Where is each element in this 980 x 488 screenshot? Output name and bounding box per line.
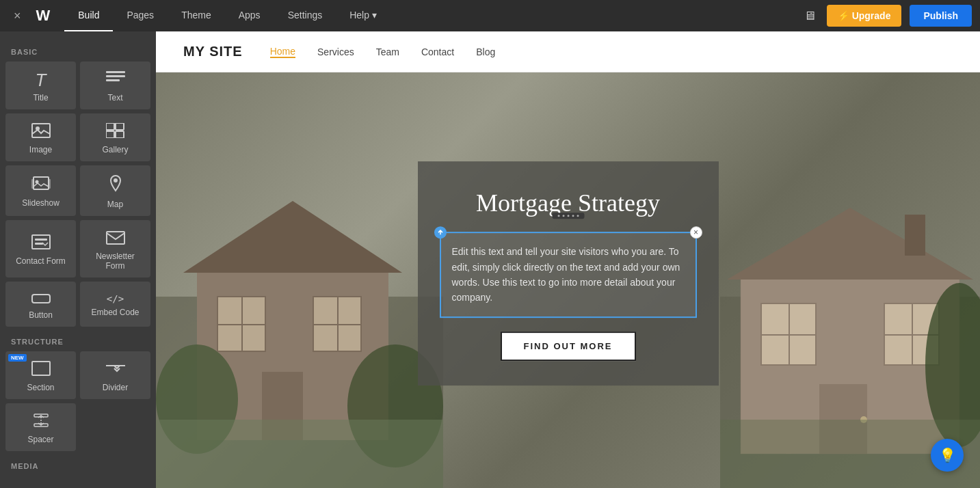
- text-toolbar[interactable]: [552, 213, 584, 219]
- sidebar-item-text[interactable]: Text: [80, 62, 150, 109]
- hero-cta-button[interactable]: FIND OUT MORE: [501, 331, 636, 361]
- house-left: [156, 160, 443, 488]
- tab-build[interactable]: Build: [64, 0, 113, 31]
- help-fab[interactable]: 💡: [931, 439, 964, 472]
- svg-rect-29: [217, 324, 265, 325]
- map-icon: [108, 175, 123, 195]
- svg-rect-2: [106, 79, 120, 81]
- tab-theme[interactable]: Theme: [168, 0, 225, 31]
- hero-section: Mortgage Strategy ×: [156, 72, 980, 488]
- embed-label: Embed Code: [91, 308, 139, 317]
- gallery-icon: [106, 123, 125, 141]
- divider-icon: [106, 361, 125, 379]
- tab-apps[interactable]: Apps: [225, 0, 274, 31]
- svg-rect-11: [31, 179, 34, 189]
- upgrade-button[interactable]: ⚡ Upgrade: [827, 5, 902, 27]
- svg-rect-12: [49, 179, 51, 189]
- title-label: Title: [33, 93, 48, 103]
- map-label: Map: [107, 200, 123, 209]
- image-label: Image: [29, 145, 52, 154]
- svg-rect-16: [35, 243, 43, 245]
- sidebar-item-gallery[interactable]: Gallery: [80, 113, 150, 161]
- new-badge: NEW: [8, 354, 27, 362]
- tab-help[interactable]: Help ▾: [336, 0, 390, 31]
- newsletter-icon: [106, 230, 125, 247]
- toolbar-dot: [562, 215, 564, 217]
- svg-marker-40: [727, 208, 973, 280]
- top-nav: × W Build Pages Theme Apps Settings Help…: [0, 0, 980, 31]
- tab-settings[interactable]: Settings: [274, 0, 336, 31]
- newsletter-label: Newsletter Form: [85, 252, 145, 271]
- svg-rect-32: [313, 324, 361, 325]
- contact-form-label: Contact Form: [16, 256, 66, 266]
- svg-rect-3: [32, 124, 50, 137]
- spacer-icon: [31, 413, 51, 431]
- nav-home[interactable]: Home: [270, 46, 295, 58]
- hero-text-content[interactable]: Edit this text and tell your site visito…: [452, 244, 685, 306]
- embed-icon: </>: [107, 294, 124, 303]
- sidebar-item-section[interactable]: NEW Section: [5, 351, 76, 399]
- toolbar-dot: [567, 215, 569, 217]
- basic-section-label: BASIC: [5, 42, 150, 62]
- slideshow-icon: [31, 176, 51, 194]
- toolbar-dot: [557, 215, 559, 217]
- structure-section-label: STRUCTURE: [5, 332, 150, 351]
- button-label: Button: [29, 310, 53, 320]
- sidebar-item-contact-form[interactable]: Contact Form: [5, 220, 76, 277]
- svg-rect-9: [34, 177, 49, 189]
- svg-rect-5: [106, 123, 114, 130]
- main-layout: BASIC T Title Text: [0, 31, 980, 488]
- sidebar-item-spacer[interactable]: Spacer: [5, 403, 76, 451]
- spacer-label: Spacer: [27, 435, 53, 444]
- sidebar-item-map[interactable]: Map: [80, 165, 150, 216]
- svg-rect-15: [35, 239, 47, 241]
- nav-services[interactable]: Services: [317, 46, 354, 57]
- close-handle[interactable]: ×: [690, 226, 702, 239]
- svg-rect-6: [116, 123, 124, 130]
- sidebar-item-newsletter[interactable]: Newsletter Form: [80, 220, 150, 277]
- svg-rect-14: [32, 235, 50, 249]
- nav-blog[interactable]: Blog: [476, 46, 495, 57]
- svg-rect-18: [32, 295, 50, 303]
- gallery-label: Gallery: [102, 145, 128, 154]
- section-label: Section: [27, 383, 54, 392]
- sidebar-item-slideshow[interactable]: Slideshow: [5, 165, 76, 216]
- basic-items-grid: T Title Text: [5, 62, 150, 327]
- publish-button[interactable]: Publish: [910, 5, 972, 27]
- nav-tabs: Build Pages Theme Apps Settings Help ▾: [64, 0, 390, 31]
- nav-team[interactable]: Team: [376, 46, 399, 57]
- sidebar-item-button[interactable]: Button: [5, 282, 76, 327]
- toolbar-dot: [577, 215, 579, 217]
- structure-items-grid: NEW Section Divider: [5, 351, 150, 451]
- svg-rect-36: [156, 420, 443, 488]
- sidebar-item-embed[interactable]: </> Embed Code: [80, 282, 150, 327]
- hero-text-box[interactable]: × Edit this text and tell your site visi…: [440, 232, 697, 318]
- lightbulb-icon: 💡: [939, 447, 956, 463]
- hero-card: Mortgage Strategy ×: [418, 161, 719, 385]
- site-logo: MY SITE: [183, 44, 243, 59]
- sidebar-item-image[interactable]: Image: [5, 113, 76, 161]
- site-nav: Home Services Team Contact Blog: [270, 46, 496, 58]
- tab-pages[interactable]: Pages: [113, 0, 168, 31]
- close-button[interactable]: ×: [8, 6, 27, 26]
- svg-rect-17: [107, 232, 124, 244]
- sidebar-item-title[interactable]: T Title: [5, 62, 76, 109]
- media-section-label: MEDIA: [5, 457, 150, 476]
- svg-rect-19: [32, 362, 50, 375]
- drag-handle[interactable]: [434, 226, 447, 239]
- device-selector[interactable]: 🖥: [795, 9, 824, 23]
- site-header: MY SITE Home Services Team Contact Blog: [156, 31, 980, 72]
- text-label: Text: [107, 93, 122, 103]
- toolbar-dot: [572, 215, 574, 217]
- slideshow-label: Slideshow: [22, 198, 59, 208]
- text-icon: [106, 71, 125, 89]
- contact-form-icon: [31, 234, 51, 252]
- nav-contact[interactable]: Contact: [421, 46, 454, 57]
- svg-rect-0: [106, 71, 125, 73]
- svg-point-13: [114, 178, 118, 182]
- weebly-logo: W: [29, 7, 57, 25]
- svg-rect-8: [116, 131, 124, 138]
- divider-label: Divider: [103, 383, 128, 392]
- canvas: MY SITE Home Services Team Contact Blog: [156, 31, 980, 488]
- sidebar-item-divider[interactable]: Divider: [80, 351, 150, 399]
